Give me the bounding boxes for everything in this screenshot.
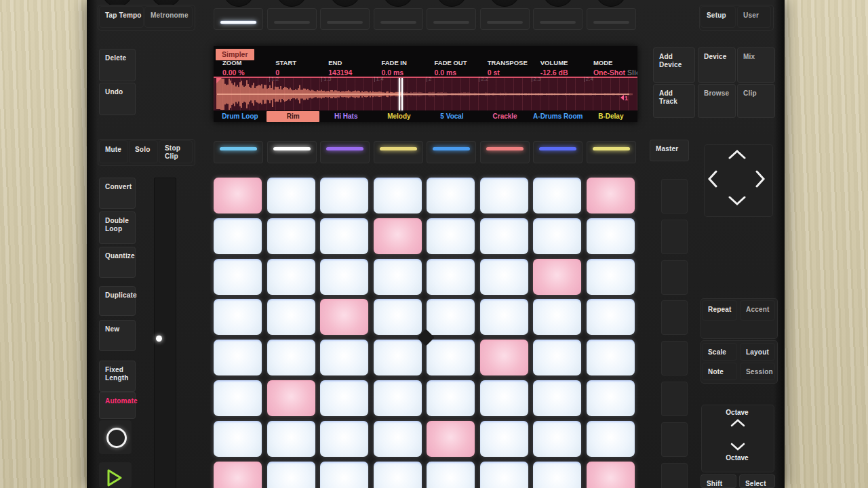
pad-r8c5[interactable] [427, 462, 475, 488]
double-loop-button[interactable]: Double Loop [99, 211, 136, 244]
mix-button[interactable]: Mix [737, 47, 775, 83]
pad-r8c1[interactable] [214, 462, 262, 488]
pad-r8c2[interactable] [267, 462, 315, 488]
octave-up-button[interactable] [730, 418, 745, 427]
layout-button[interactable]: Layout [740, 343, 775, 361]
automate-button[interactable]: Automate [99, 392, 136, 419]
display-context-button[interactable] [480, 8, 530, 30]
pad-r1c6[interactable] [480, 178, 528, 214]
session-button[interactable]: Session [740, 363, 775, 380]
pad-r4c4[interactable] [374, 299, 422, 335]
pad-r2c6[interactable] [480, 218, 528, 254]
pad-r6c1[interactable] [214, 380, 262, 416]
metronome-button[interactable]: Metronome [144, 6, 193, 28]
pad-r6c7[interactable] [533, 380, 581, 416]
track-select-button[interactable] [533, 141, 583, 163]
pad-r6c5[interactable] [427, 380, 475, 416]
pad-r1c1[interactable] [214, 178, 262, 214]
pad-r3c8[interactable] [587, 259, 635, 295]
delete-button[interactable]: Delete [99, 49, 136, 81]
pad-r5c8[interactable] [587, 340, 635, 375]
nav-up-button[interactable] [728, 149, 746, 160]
clip-button[interactable]: Clip [737, 84, 775, 118]
nav-left-button[interactable] [707, 170, 718, 188]
pad-r7c8[interactable] [587, 421, 635, 457]
pad-r3c6[interactable] [480, 259, 528, 295]
pad-r1c3[interactable] [320, 178, 368, 214]
pad-r2c1[interactable] [214, 218, 262, 254]
pad-r8c4[interactable] [374, 462, 422, 488]
add-track-button[interactable]: Add Track [653, 84, 695, 118]
solo-button[interactable]: Solo [129, 140, 158, 163]
pad-r6c8[interactable] [587, 380, 635, 416]
nav-right-button[interactable] [755, 170, 766, 188]
scene-button[interactable] [661, 179, 688, 214]
scene-button[interactable] [661, 300, 688, 335]
touch-strip[interactable] [154, 178, 176, 488]
pad-r5c5[interactable] [427, 340, 475, 375]
pad-r3c2[interactable] [267, 259, 315, 295]
pad-r8c6[interactable] [480, 462, 528, 488]
display-context-button[interactable] [427, 8, 476, 30]
scene-button[interactable] [661, 260, 688, 295]
pad-r5c2[interactable] [267, 340, 315, 375]
record-button[interactable] [99, 420, 132, 454]
pad-r8c7[interactable] [533, 462, 581, 488]
pad-r7c6[interactable] [480, 421, 528, 457]
pad-r1c2[interactable] [267, 178, 315, 214]
track-select-button[interactable] [587, 141, 636, 163]
pad-r1c7[interactable] [533, 178, 581, 214]
pad-r2c3[interactable] [320, 218, 368, 254]
pad-r4c7[interactable] [533, 299, 581, 335]
pad-r2c7[interactable] [533, 218, 581, 254]
pad-r2c4[interactable] [374, 218, 422, 254]
scene-button[interactable] [661, 220, 688, 254]
master-button[interactable]: Master [650, 140, 689, 161]
pad-r2c8[interactable] [587, 218, 635, 254]
pad-r7c5[interactable] [427, 421, 475, 457]
pad-r7c7[interactable] [533, 421, 581, 457]
convert-button[interactable]: Convert [99, 178, 136, 209]
display-context-button[interactable] [533, 8, 583, 30]
nav-down-button[interactable] [728, 195, 746, 206]
pad-r6c6[interactable] [480, 380, 528, 416]
browse-button[interactable]: Browse [698, 84, 736, 118]
pad-r4c3[interactable] [320, 299, 368, 335]
pad-r3c4[interactable] [374, 259, 422, 295]
pad-r5c1[interactable] [214, 340, 262, 375]
pad-r3c7[interactable] [533, 259, 581, 295]
new-button[interactable]: New [99, 320, 136, 351]
note-button[interactable]: Note [702, 363, 737, 380]
pad-r7c4[interactable] [374, 421, 422, 457]
pad-r1c4[interactable] [374, 178, 422, 214]
pad-r4c6[interactable] [480, 299, 528, 335]
pad-r7c1[interactable] [214, 421, 262, 457]
scale-button[interactable]: Scale [702, 343, 737, 361]
display-context-button[interactable] [374, 8, 423, 30]
pad-r4c8[interactable] [587, 299, 635, 335]
track-select-button[interactable] [320, 141, 370, 163]
scene-button[interactable] [661, 382, 688, 416]
pad-r4c5[interactable] [427, 299, 475, 335]
scene-button[interactable] [661, 341, 688, 375]
setup-button[interactable]: Setup [701, 6, 736, 28]
select-button[interactable]: Select [739, 474, 775, 488]
track-select-button[interactable] [267, 141, 317, 163]
stop-clip-button[interactable]: Stop Clip [159, 140, 193, 163]
pad-r3c5[interactable] [427, 259, 475, 295]
duplicate-button[interactable]: Duplicate [99, 286, 136, 316]
display-context-button[interactable] [214, 8, 263, 30]
pad-r8c3[interactable] [320, 462, 368, 488]
track-select-button[interactable] [214, 141, 263, 163]
pad-r6c2[interactable] [267, 380, 315, 416]
pad-r8c8[interactable] [587, 462, 635, 488]
scene-button[interactable] [661, 463, 688, 488]
shift-button[interactable]: Shift [701, 474, 736, 488]
display-context-button[interactable] [320, 8, 370, 30]
pad-r7c2[interactable] [267, 421, 315, 457]
scene-button[interactable] [661, 422, 688, 457]
track-select-button[interactable] [480, 141, 530, 163]
device-button[interactable]: Device [698, 47, 736, 83]
pad-r7c3[interactable] [320, 421, 368, 457]
add-device-button[interactable]: Add Device [653, 47, 695, 83]
